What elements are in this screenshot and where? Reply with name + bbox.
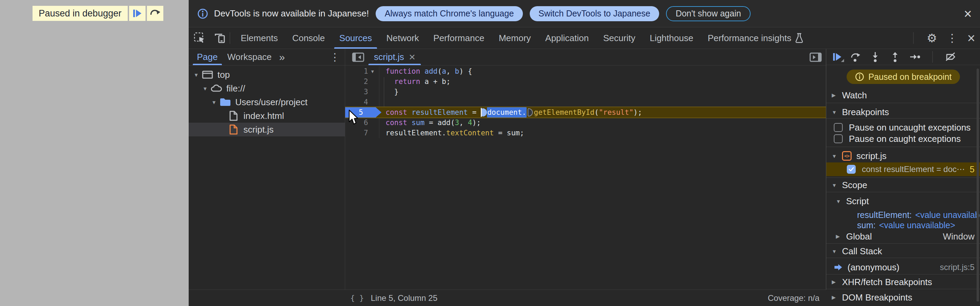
infobar-message: DevTools is now available in Japanese! [214,8,369,19]
section-dom-breakpoints[interactable]: ▶ DOM Breakpoints [826,290,980,304]
deactivate-breakpoints-button[interactable] [944,51,957,63]
chevron-down-icon[interactable]: ▼ [200,86,210,91]
sidebar-scrollbar[interactable] [977,69,979,301]
chevron-right-icon[interactable]: ▶ [832,279,842,285]
cloud-icon [210,84,223,93]
resume-script-button[interactable] [833,53,841,61]
tab-workspace[interactable]: Workspace [223,49,277,65]
code-line-7[interactable]: 7resultElement.textContent = sum; [345,128,826,138]
chevron-down-icon[interactable]: ▼ [832,153,842,159]
more-options-icon[interactable]: ⋮ [947,33,958,43]
match-chrome-language-button[interactable]: Always match Chrome's language [375,6,523,21]
tree-item-script-js[interactable]: script.js [189,123,345,136]
checkbox-unchecked[interactable] [834,134,843,143]
tab-memory[interactable]: Memory [492,27,538,49]
chevron-right-icon[interactable]: ▶ [832,92,842,98]
step-button[interactable] [909,51,921,63]
page-area: Paused in debugger [0,0,189,306]
tab-close-icon[interactable]: × [409,51,415,64]
tree-item-index-html[interactable]: index.html [189,109,345,123]
tab-sources[interactable]: Sources [332,27,379,49]
chevron-down-icon[interactable]: ▼ [832,182,842,188]
step-out-button[interactable] [889,51,901,63]
gutter-line-4[interactable]: 4 [345,97,379,107]
step-over-button[interactable] [850,51,861,63]
chevron-down-icon[interactable]: ▼ [191,72,201,78]
navigator-more-options-icon[interactable]: ⋮ [325,49,345,65]
code-line-3[interactable]: 3 } [345,87,826,97]
code-line-6[interactable]: 6const sum = add(3, 4); [345,118,826,128]
pause-caught-exceptions-row[interactable]: Pause on caught exceptions [826,132,980,146]
chevron-right-icon[interactable]: ▶ [832,294,842,301]
tab-performance-insights[interactable]: Performance insights [701,27,811,49]
tree-item-file-protocol[interactable]: ▼ file:// [189,81,345,95]
chevron-down-icon[interactable]: ▼ [832,249,842,254]
gutter-line-7[interactable]: 7 [345,128,379,138]
breakpoint-entry-row[interactable]: const resultElement = doc⋯ 5 [826,163,980,176]
code-line-4[interactable]: 4 [345,97,826,107]
dont-show-again-button[interactable]: Don't show again [666,6,751,21]
tab-network[interactable]: Network [379,27,426,49]
code-line-1[interactable]: 1▼function add(a, b) { [345,66,826,76]
tree-item-project-folder[interactable]: ▼ Users/user/project [189,95,345,109]
tab-application[interactable]: Application [538,27,596,49]
code-editor[interactable]: 1▼function add(a, b) {2 return a + b;3 }… [345,65,826,138]
navigator-panel: Page Workspace » ⋮ ▼ top ▼ [189,49,345,306]
coverage-label: Coverage: n/a [768,293,826,303]
folder-icon [219,98,232,107]
overlay-step-over-button[interactable] [147,6,163,21]
hide-navigator-icon[interactable] [348,49,368,65]
gutter-line-5[interactable]: 55 [345,107,379,118]
tab-lighthouse[interactable]: Lighthouse [643,27,700,49]
info-icon [855,72,864,81]
infobar: DevTools is now available in Japanese! A… [189,0,980,27]
divider [826,118,980,119]
more-tabs-chevron-icon[interactable]: » [276,49,288,65]
code-line-5[interactable]: 55const resultElement = document.getElem… [345,107,826,118]
device-toolbar-icon[interactable] [213,32,226,44]
infobar-close-icon[interactable]: × [964,7,972,21]
breakpoint-file-group[interactable]: ▼ <> script.js [826,149,980,163]
tab-console[interactable]: Console [285,27,332,49]
code-line-2[interactable]: 2 return a + b; [345,76,826,87]
inline-breakpoint-marker-icon[interactable] [482,108,487,116]
scope-global-group[interactable]: ▶ Global Window [826,230,980,243]
gutter-line-6[interactable]: 6 [345,118,379,128]
chevron-down-icon[interactable]: ▼ [836,198,846,204]
tree-item-top[interactable]: ▼ top [189,68,345,81]
scope-script-group[interactable]: ▼ Script [826,194,980,208]
tab-elements[interactable]: Elements [234,27,285,49]
section-breakpoints[interactable]: ▼ Breakpoints [826,105,980,119]
section-xhr-breakpoints[interactable]: ▶ XHR/fetch Breakpoints [826,275,980,289]
chevron-right-icon[interactable]: ▶ [836,233,846,239]
gutter-line-2[interactable]: 2 [345,76,379,87]
step-into-button[interactable] [869,51,881,63]
cursor-position-label: Line 5, Column 25 [371,293,438,303]
fold-arrow-icon[interactable]: ▼ [368,69,377,74]
checkbox-unchecked[interactable] [834,123,843,132]
gutter-line-1[interactable]: 1▼ [345,66,379,76]
chevron-down-icon[interactable]: ▼ [832,109,842,115]
editor-tab-script-js[interactable]: script.js × [368,49,422,65]
checkbox-checked[interactable] [847,165,856,174]
inline-breakpoint-marker-icon[interactable] [528,108,533,116]
section-scope[interactable]: ▼ Scope [826,178,980,192]
tab-performance[interactable]: Performance [426,27,492,49]
divider [913,32,913,44]
indent-guide [384,77,384,107]
section-watch[interactable]: ▶ Watch [826,88,980,102]
call-stack-frame-row[interactable]: (anonymous) script.js:5 [826,260,980,274]
gutter-line-3[interactable]: 3 [345,87,379,97]
resume-icon [133,10,142,17]
hide-debugger-sidebar-icon[interactable] [805,49,826,65]
chevron-down-icon[interactable]: ▼ [209,99,219,105]
tab-page[interactable]: Page [192,49,223,65]
inspect-element-icon[interactable] [194,32,206,44]
editor-tabstrip: script.js × [345,49,826,65]
overlay-resume-button[interactable] [129,6,146,21]
settings-gear-icon[interactable]: ⚙ [927,32,937,44]
tab-security[interactable]: Security [596,27,643,49]
switch-devtools-japanese-button[interactable]: Switch DevTools to Japanese [530,6,660,21]
section-call-stack[interactable]: ▼ Call Stack [826,244,980,258]
devtools-close-icon[interactable]: × [967,31,975,45]
